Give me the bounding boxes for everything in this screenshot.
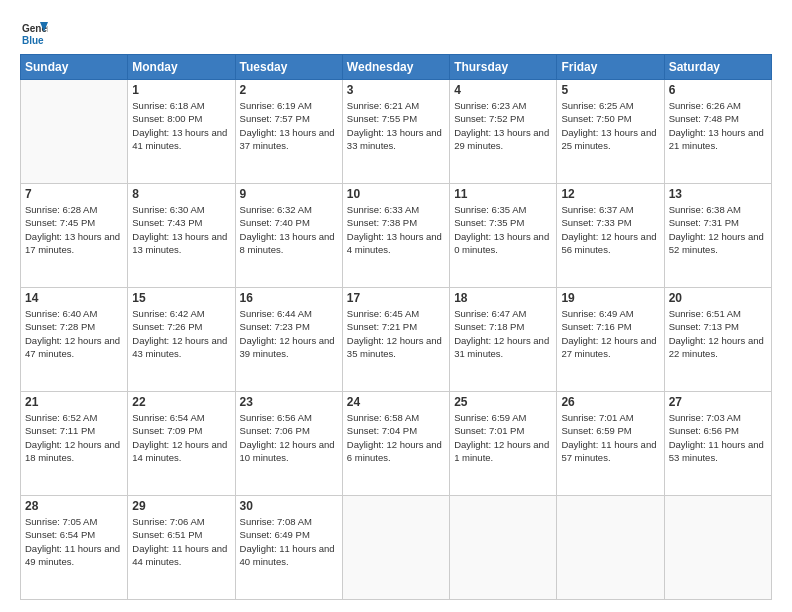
day-number: 22	[132, 395, 230, 409]
day-cell: 19Sunrise: 6:49 AM Sunset: 7:16 PM Dayli…	[557, 288, 664, 392]
day-info: Sunrise: 6:19 AM Sunset: 7:57 PM Dayligh…	[240, 99, 338, 152]
day-info: Sunrise: 7:06 AM Sunset: 6:51 PM Dayligh…	[132, 515, 230, 568]
day-cell: 27Sunrise: 7:03 AM Sunset: 6:56 PM Dayli…	[664, 392, 771, 496]
col-header-wednesday: Wednesday	[342, 55, 449, 80]
day-cell: 17Sunrise: 6:45 AM Sunset: 7:21 PM Dayli…	[342, 288, 449, 392]
day-cell: 25Sunrise: 6:59 AM Sunset: 7:01 PM Dayli…	[450, 392, 557, 496]
page: General Blue SundayMondayTuesdayWednesda…	[0, 0, 792, 612]
day-cell: 7Sunrise: 6:28 AM Sunset: 7:45 PM Daylig…	[21, 184, 128, 288]
week-row-3: 14Sunrise: 6:40 AM Sunset: 7:28 PM Dayli…	[21, 288, 772, 392]
day-cell: 12Sunrise: 6:37 AM Sunset: 7:33 PM Dayli…	[557, 184, 664, 288]
day-number: 5	[561, 83, 659, 97]
day-number: 18	[454, 291, 552, 305]
day-cell	[450, 496, 557, 600]
day-number: 2	[240, 83, 338, 97]
day-info: Sunrise: 6:45 AM Sunset: 7:21 PM Dayligh…	[347, 307, 445, 360]
calendar-table: SundayMondayTuesdayWednesdayThursdayFrid…	[20, 54, 772, 600]
day-info: Sunrise: 6:21 AM Sunset: 7:55 PM Dayligh…	[347, 99, 445, 152]
day-number: 29	[132, 499, 230, 513]
day-info: Sunrise: 6:44 AM Sunset: 7:23 PM Dayligh…	[240, 307, 338, 360]
day-cell: 2Sunrise: 6:19 AM Sunset: 7:57 PM Daylig…	[235, 80, 342, 184]
col-header-saturday: Saturday	[664, 55, 771, 80]
day-cell: 15Sunrise: 6:42 AM Sunset: 7:26 PM Dayli…	[128, 288, 235, 392]
day-info: Sunrise: 6:18 AM Sunset: 8:00 PM Dayligh…	[132, 99, 230, 152]
day-info: Sunrise: 6:38 AM Sunset: 7:31 PM Dayligh…	[669, 203, 767, 256]
week-row-4: 21Sunrise: 6:52 AM Sunset: 7:11 PM Dayli…	[21, 392, 772, 496]
header: General Blue	[20, 18, 772, 46]
day-number: 1	[132, 83, 230, 97]
col-header-tuesday: Tuesday	[235, 55, 342, 80]
day-cell: 4Sunrise: 6:23 AM Sunset: 7:52 PM Daylig…	[450, 80, 557, 184]
day-info: Sunrise: 6:40 AM Sunset: 7:28 PM Dayligh…	[25, 307, 123, 360]
col-header-thursday: Thursday	[450, 55, 557, 80]
day-number: 20	[669, 291, 767, 305]
day-cell: 30Sunrise: 7:08 AM Sunset: 6:49 PM Dayli…	[235, 496, 342, 600]
day-cell: 28Sunrise: 7:05 AM Sunset: 6:54 PM Dayli…	[21, 496, 128, 600]
day-info: Sunrise: 6:32 AM Sunset: 7:40 PM Dayligh…	[240, 203, 338, 256]
day-cell: 5Sunrise: 6:25 AM Sunset: 7:50 PM Daylig…	[557, 80, 664, 184]
day-cell: 23Sunrise: 6:56 AM Sunset: 7:06 PM Dayli…	[235, 392, 342, 496]
day-cell: 22Sunrise: 6:54 AM Sunset: 7:09 PM Dayli…	[128, 392, 235, 496]
day-info: Sunrise: 6:35 AM Sunset: 7:35 PM Dayligh…	[454, 203, 552, 256]
day-info: Sunrise: 6:49 AM Sunset: 7:16 PM Dayligh…	[561, 307, 659, 360]
day-number: 12	[561, 187, 659, 201]
day-info: Sunrise: 6:56 AM Sunset: 7:06 PM Dayligh…	[240, 411, 338, 464]
day-number: 27	[669, 395, 767, 409]
day-number: 28	[25, 499, 123, 513]
day-info: Sunrise: 6:47 AM Sunset: 7:18 PM Dayligh…	[454, 307, 552, 360]
day-info: Sunrise: 6:25 AM Sunset: 7:50 PM Dayligh…	[561, 99, 659, 152]
day-number: 17	[347, 291, 445, 305]
day-info: Sunrise: 7:03 AM Sunset: 6:56 PM Dayligh…	[669, 411, 767, 464]
logo-icon: General Blue	[20, 18, 48, 46]
day-info: Sunrise: 6:33 AM Sunset: 7:38 PM Dayligh…	[347, 203, 445, 256]
day-info: Sunrise: 6:54 AM Sunset: 7:09 PM Dayligh…	[132, 411, 230, 464]
week-row-2: 7Sunrise: 6:28 AM Sunset: 7:45 PM Daylig…	[21, 184, 772, 288]
day-info: Sunrise: 6:59 AM Sunset: 7:01 PM Dayligh…	[454, 411, 552, 464]
week-row-1: 1Sunrise: 6:18 AM Sunset: 8:00 PM Daylig…	[21, 80, 772, 184]
header-row: SundayMondayTuesdayWednesdayThursdayFrid…	[21, 55, 772, 80]
day-info: Sunrise: 7:01 AM Sunset: 6:59 PM Dayligh…	[561, 411, 659, 464]
day-cell: 6Sunrise: 6:26 AM Sunset: 7:48 PM Daylig…	[664, 80, 771, 184]
day-number: 11	[454, 187, 552, 201]
col-header-sunday: Sunday	[21, 55, 128, 80]
day-number: 13	[669, 187, 767, 201]
day-info: Sunrise: 6:52 AM Sunset: 7:11 PM Dayligh…	[25, 411, 123, 464]
day-number: 6	[669, 83, 767, 97]
day-cell	[557, 496, 664, 600]
day-info: Sunrise: 6:28 AM Sunset: 7:45 PM Dayligh…	[25, 203, 123, 256]
day-number: 9	[240, 187, 338, 201]
day-cell: 24Sunrise: 6:58 AM Sunset: 7:04 PM Dayli…	[342, 392, 449, 496]
day-number: 3	[347, 83, 445, 97]
day-info: Sunrise: 6:30 AM Sunset: 7:43 PM Dayligh…	[132, 203, 230, 256]
day-number: 19	[561, 291, 659, 305]
day-info: Sunrise: 7:05 AM Sunset: 6:54 PM Dayligh…	[25, 515, 123, 568]
day-number: 14	[25, 291, 123, 305]
day-cell: 14Sunrise: 6:40 AM Sunset: 7:28 PM Dayli…	[21, 288, 128, 392]
day-info: Sunrise: 6:23 AM Sunset: 7:52 PM Dayligh…	[454, 99, 552, 152]
day-cell: 1Sunrise: 6:18 AM Sunset: 8:00 PM Daylig…	[128, 80, 235, 184]
svg-text:Blue: Blue	[22, 35, 44, 46]
col-header-monday: Monday	[128, 55, 235, 80]
day-info: Sunrise: 6:26 AM Sunset: 7:48 PM Dayligh…	[669, 99, 767, 152]
day-number: 24	[347, 395, 445, 409]
day-number: 7	[25, 187, 123, 201]
day-cell: 13Sunrise: 6:38 AM Sunset: 7:31 PM Dayli…	[664, 184, 771, 288]
day-cell	[342, 496, 449, 600]
day-cell: 11Sunrise: 6:35 AM Sunset: 7:35 PM Dayli…	[450, 184, 557, 288]
day-number: 16	[240, 291, 338, 305]
day-cell: 18Sunrise: 6:47 AM Sunset: 7:18 PM Dayli…	[450, 288, 557, 392]
day-number: 15	[132, 291, 230, 305]
day-info: Sunrise: 6:42 AM Sunset: 7:26 PM Dayligh…	[132, 307, 230, 360]
day-number: 8	[132, 187, 230, 201]
col-header-friday: Friday	[557, 55, 664, 80]
day-number: 25	[454, 395, 552, 409]
day-number: 23	[240, 395, 338, 409]
logo: General Blue	[20, 18, 52, 46]
day-number: 26	[561, 395, 659, 409]
day-cell: 8Sunrise: 6:30 AM Sunset: 7:43 PM Daylig…	[128, 184, 235, 288]
week-row-5: 28Sunrise: 7:05 AM Sunset: 6:54 PM Dayli…	[21, 496, 772, 600]
day-info: Sunrise: 6:51 AM Sunset: 7:13 PM Dayligh…	[669, 307, 767, 360]
day-number: 4	[454, 83, 552, 97]
day-info: Sunrise: 6:37 AM Sunset: 7:33 PM Dayligh…	[561, 203, 659, 256]
day-cell	[664, 496, 771, 600]
